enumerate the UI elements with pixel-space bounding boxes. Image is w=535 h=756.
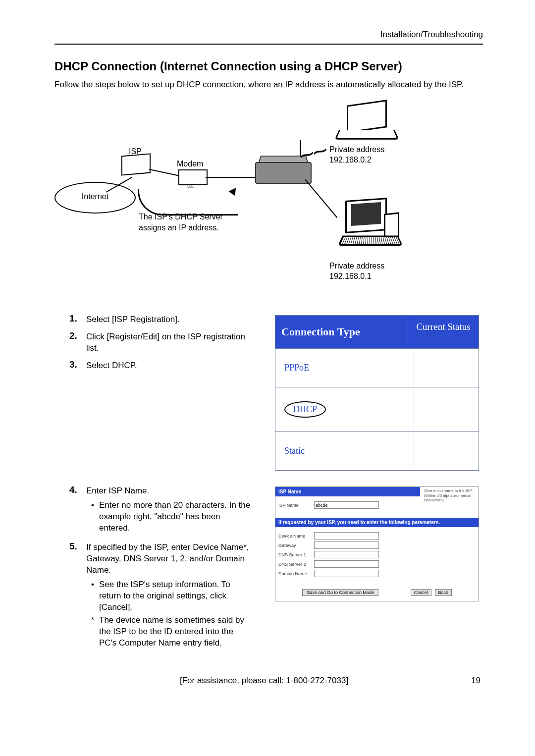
text: 192.168.0.2 [329, 156, 372, 164]
step-text: Click [Register/Edit] on the ISP registr… [86, 330, 253, 354]
cancel-button[interactable]: Cancel [411, 589, 431, 596]
step-text: Enter ISP Name. [86, 486, 149, 495]
input-gateway[interactable] [314, 541, 379, 549]
input-dns1[interactable] [314, 551, 379, 558]
page-number: 19 [471, 676, 481, 686]
label-dns1: DNS Server 1 [278, 552, 314, 557]
save-button[interactable]: Save and Go to Connection Mode [302, 589, 378, 596]
input-device-name[interactable] [314, 532, 379, 540]
connection-option-static[interactable]: Static [275, 432, 414, 470]
page-title: DHCP Connection (Internet Connection usi… [54, 59, 483, 73]
laptop-icon [337, 103, 396, 142]
step-number: 3. [69, 359, 86, 370]
link-line [206, 177, 258, 178]
isp-icon [121, 155, 151, 177]
breadcrumb: Installation/Troubleshooting [54, 30, 483, 40]
label-gateway: Gateway [278, 543, 314, 548]
label-domain: Domain Name [278, 571, 314, 576]
desktop-address-label: Private address 192.168.0.1 [329, 261, 384, 282]
dhcp-caption: The ISP's DHCP Server assigns an IP addr… [139, 212, 223, 233]
link-line [305, 179, 338, 218]
form-header: ISP Name [275, 487, 420, 496]
assistance-text: [For assistance, please call: 1-800-272-… [180, 676, 348, 686]
modem-label: Modem [177, 160, 203, 168]
isp-form-screenshot: ISP Name ISP Name Give a nickname to the… [275, 486, 479, 601]
step-number: 4. [69, 485, 86, 495]
asterisk-icon: * [86, 615, 99, 649]
text: assigns an IP address. [139, 223, 219, 232]
step-text: If specified by the ISP, enter Device Na… [86, 542, 249, 575]
network-diagram: Internet ISP Modem ▯▯▯ ⁓⁓ Private addres… [54, 100, 485, 303]
bullet-icon: • [86, 500, 99, 534]
text: 192.168.0.1 [329, 272, 372, 280]
back-button[interactable]: Back [435, 589, 452, 596]
input-domain[interactable] [314, 570, 379, 577]
step-number: 5. [69, 541, 86, 552]
text: Private address [329, 262, 384, 270]
table-header: Current Status [408, 316, 479, 348]
hint-text: characters) [424, 498, 444, 502]
table-header: Connection Type [275, 316, 408, 348]
laptop-address-label: Private address 192.168.0.2 [329, 145, 384, 165]
internet-node: Internet [54, 182, 136, 214]
input-isp-name[interactable] [314, 501, 379, 509]
step-number: 2. [69, 330, 86, 341]
step-subtext: Enter no more than 20 characters. In the… [99, 500, 253, 534]
connection-type-table: Connection Type Current Status PPPoE DHC… [275, 315, 479, 471]
desktop-icon [340, 199, 405, 254]
form-header: If requested by your ISP, you need to en… [275, 518, 479, 527]
step-subtext: See the ISP's setup information. To retu… [99, 579, 253, 613]
step-number: 1. [69, 313, 86, 324]
label-dns2: DNS Server 2 [278, 562, 314, 567]
connection-option-dhcp[interactable]: DHCP [275, 387, 414, 432]
input-dns2[interactable] [314, 560, 379, 568]
step-footnote: The device name is sometimes said by the… [99, 615, 253, 649]
label-device-name: Device Name [278, 534, 314, 539]
hint-text: Give a nickname to the ISP. [424, 488, 473, 493]
text: Private address [329, 145, 384, 154]
modem-ports-icon: ▯▯▯ [187, 183, 193, 188]
hint-text: (Within 20 alpha-numerical [424, 493, 471, 498]
selected-ring-icon: DHCP [284, 401, 326, 418]
intro-text: Follow the steps below to set up DHCP co… [54, 79, 483, 90]
connection-option-pppoe[interactable]: PPPoE [275, 349, 414, 387]
text: The ISP's DHCP Server [139, 213, 223, 221]
divider [54, 44, 483, 45]
label-isp-name: ISP Name [278, 503, 314, 508]
step-text: Select DHCP. [86, 359, 137, 372]
link-line [149, 169, 178, 176]
bullet-icon: • [86, 579, 99, 613]
step-text: Select [ISP Registration]. [86, 313, 180, 325]
